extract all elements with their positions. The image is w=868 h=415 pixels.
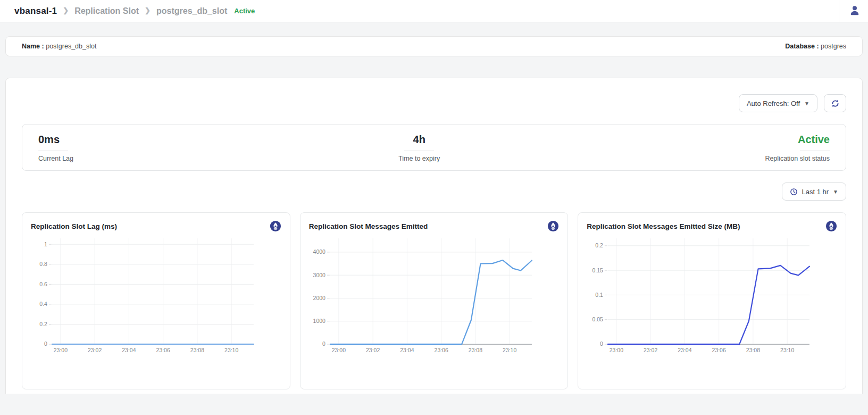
stat-divider — [800, 151, 830, 151]
svg-text:0.1: 0.1 — [596, 292, 604, 298]
svg-text:0: 0 — [44, 341, 47, 347]
svg-text:0: 0 — [322, 341, 326, 347]
stat-value: 4h — [413, 134, 425, 146]
svg-text:23:02: 23:02 — [88, 347, 102, 353]
summary-stats-bar: 0ms Current Lag 4h Time to expiry Active… — [22, 124, 846, 171]
time-range-controls: Last 1 hr ▼ — [22, 182, 846, 201]
svg-text:23:04: 23:04 — [122, 347, 136, 353]
time-range-dropdown[interactable]: Last 1 hr ▼ — [782, 182, 847, 201]
svg-text:2000: 2000 — [313, 295, 325, 301]
svg-text:0.6: 0.6 — [39, 281, 47, 287]
slot-name-field: Name : postgres_db_slot — [22, 43, 96, 50]
database-value: postgres — [821, 43, 846, 50]
auto-refresh-dropdown[interactable]: Auto Refresh: Off ▼ — [739, 94, 817, 112]
chevron-down-icon: ▼ — [804, 101, 809, 106]
breadcrumb: vbansal-1 ❯ Replication Slot ❯ postgres_… — [14, 6, 839, 16]
svg-text:23:06: 23:06 — [712, 347, 726, 353]
chart-header: Replication Slot Messages Emitted — [309, 220, 560, 232]
breadcrumb-universe-name[interactable]: vbansal-1 — [14, 6, 57, 16]
stat-replication-slot-status: Active Replication slot status — [765, 134, 830, 162]
topbar-divider — [839, 0, 839, 22]
prometheus-metrics-icon[interactable] — [825, 220, 837, 232]
database-field: Database : postgres — [785, 43, 846, 50]
svg-text:0.15: 0.15 — [592, 268, 604, 273]
svg-text:23:02: 23:02 — [366, 347, 380, 353]
breadcrumb-replication-slot[interactable]: Replication Slot — [74, 6, 139, 16]
svg-text:1000: 1000 — [313, 318, 325, 324]
time-range-label: Last 1 hr — [802, 188, 829, 196]
stat-value: 0ms — [38, 134, 60, 146]
svg-text:23:04: 23:04 — [400, 347, 414, 353]
svg-text:23:04: 23:04 — [678, 347, 692, 353]
separator: : — [42, 43, 44, 50]
svg-text:23:02: 23:02 — [644, 347, 657, 353]
chart-canvas-messages: 0100020003000400023:0023:0223:0423:0623:… — [309, 234, 560, 359]
status-badge: Active — [234, 7, 255, 15]
stat-current-lag: 0ms Current Lag — [38, 134, 73, 162]
chart-title: Replication Slot Messages Emitted Size (… — [587, 222, 740, 230]
database-label: Database — [785, 43, 815, 50]
stat-time-to-expiry: 4h Time to expiry — [398, 134, 440, 162]
svg-text:0.2: 0.2 — [596, 243, 604, 248]
svg-text:4000: 4000 — [313, 249, 325, 255]
svg-text:0.8: 0.8 — [39, 261, 47, 267]
chevron-right-icon: ❯ — [63, 6, 69, 14]
svg-text:3000: 3000 — [313, 272, 325, 278]
stat-label: Replication slot status — [765, 155, 830, 162]
prometheus-metrics-icon[interactable] — [547, 220, 559, 232]
svg-text:23:06: 23:06 — [434, 347, 448, 353]
chart-title: Replication Slot Messages Emitted — [309, 222, 428, 230]
svg-text:0: 0 — [600, 341, 603, 347]
svg-text:23:08: 23:08 — [469, 347, 482, 353]
chevron-right-icon: ❯ — [145, 6, 151, 14]
stat-label: Time to expiry — [398, 155, 440, 162]
svg-text:0.4: 0.4 — [39, 301, 47, 307]
svg-text:23:08: 23:08 — [190, 347, 204, 353]
charts-row: Replication Slot Lag (ms) 00.20.40.60.81… — [22, 212, 846, 389]
slot-name-value: postgres_db_slot — [46, 43, 96, 50]
refresh-controls: Auto Refresh: Off ▼ — [22, 94, 846, 112]
chart-header: Replication Slot Lag (ms) — [31, 220, 281, 232]
svg-text:0.05: 0.05 — [592, 317, 604, 322]
svg-text:23:08: 23:08 — [746, 347, 760, 353]
svg-text:23:10: 23:10 — [780, 347, 794, 353]
chart-canvas-lag: 00.20.40.60.8123:0023:0223:0423:0623:082… — [31, 234, 281, 359]
metrics-panel: Auto Refresh: Off ▼ 0ms Current Lag 4h T… — [5, 78, 863, 394]
chart-canvas-size: 00.050.10.150.223:0023:0223:0423:0623:08… — [587, 234, 837, 359]
svg-text:23:00: 23:00 — [610, 347, 623, 353]
chart-header: Replication Slot Messages Emitted Size (… — [587, 220, 837, 232]
separator: : — [816, 43, 819, 50]
refresh-button[interactable] — [824, 94, 846, 112]
svg-text:0.2: 0.2 — [39, 321, 47, 327]
svg-text:23:06: 23:06 — [156, 347, 170, 353]
clock-icon — [790, 188, 798, 196]
svg-text:1: 1 — [44, 242, 47, 247]
slot-name-label: Name — [22, 43, 40, 50]
chart-card-replication-slot-lag: Replication Slot Lag (ms) 00.20.40.60.81… — [22, 212, 290, 389]
chart-title: Replication Slot Lag (ms) — [31, 222, 117, 230]
user-profile-button[interactable] — [849, 4, 861, 18]
top-navigation-bar: vbansal-1 ❯ Replication Slot ❯ postgres_… — [0, 0, 868, 22]
stat-label: Current Lag — [38, 155, 73, 162]
svg-text:23:10: 23:10 — [224, 347, 238, 353]
chart-card-messages-emitted: Replication Slot Messages Emitted 010002… — [300, 212, 569, 389]
stat-divider — [38, 151, 68, 151]
user-icon — [849, 4, 861, 18]
stat-value: Active — [798, 134, 830, 146]
svg-text:23:00: 23:00 — [331, 347, 345, 353]
slot-info-bar: Name : postgres_db_slot Database : postg… — [5, 36, 863, 56]
svg-text:23:00: 23:00 — [54, 347, 68, 353]
prometheus-metrics-icon[interactable] — [270, 220, 281, 232]
stat-divider — [404, 151, 434, 151]
refresh-arrows-icon — [831, 99, 840, 108]
breadcrumb-slot-name: postgres_db_slot — [156, 6, 227, 16]
auto-refresh-label: Auto Refresh: Off — [747, 99, 800, 107]
chevron-down-icon: ▼ — [833, 189, 838, 195]
svg-text:23:10: 23:10 — [503, 347, 516, 353]
chart-card-messages-emitted-size: Replication Slot Messages Emitted Size (… — [578, 212, 846, 389]
